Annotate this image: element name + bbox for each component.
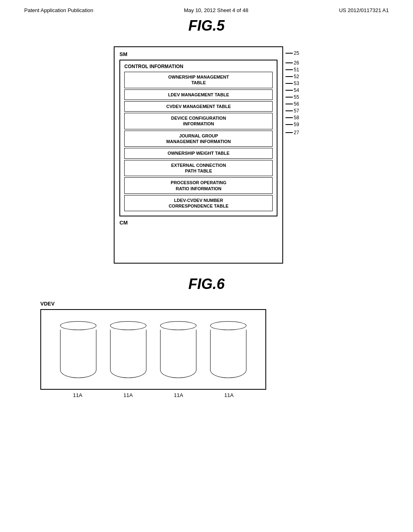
- entry-box-2: CVDEV MANAGEMENT TABLE: [124, 101, 273, 112]
- entry-ref-num-8: 59: [294, 122, 299, 127]
- entry-ref-4: 55: [286, 94, 299, 100]
- table-row-3: DEVICE CONFIGURATION INFORMATION: [124, 113, 273, 129]
- entry-ref-1: 52: [286, 74, 299, 79]
- cylinder-2: [156, 321, 200, 378]
- sm-label: SM: [119, 51, 277, 57]
- entry-ref-8: 59: [286, 122, 299, 127]
- header-right: US 2012/0117321 A1: [339, 7, 389, 13]
- entry-ref-num-0: 51: [294, 67, 299, 73]
- entry-ref-num-5: 56: [294, 101, 299, 107]
- entry-refs: 515253545556575859: [286, 66, 299, 127]
- header-left: Patent Application Publication: [24, 7, 93, 13]
- ref-sm: 25: [286, 50, 299, 56]
- cyl-body-0: [60, 330, 96, 378]
- entry-ref-6: 57: [286, 108, 299, 114]
- table-row-2: CVDEV MANAGEMENT TABLE: [124, 101, 273, 112]
- cm-spacer: [119, 226, 277, 258]
- entry-box-6: EXTERNAL CONNECTION PATH TABLE: [124, 160, 273, 177]
- header-middle: May 10, 2012 Sheet 4 of 48: [184, 7, 248, 13]
- cyl-label-1: 11A: [106, 392, 150, 398]
- entry-box-8: LDEV-CVDEV NUMBER CORRESPONDENCE TABLE: [124, 195, 273, 212]
- entry-ref-3: 54: [286, 87, 299, 93]
- cyl-top-0: [60, 321, 96, 330]
- entry-ref-num-7: 58: [294, 115, 299, 121]
- entry-ref-2: 53: [286, 81, 299, 86]
- ref-numbers-column: 25 26 515253545556575859 27: [286, 46, 299, 135]
- entries-container: OWNERSHIP MANAGEMENT TABLELDEV MANAGEMEN…: [124, 72, 273, 211]
- cyl-body-2: [160, 330, 196, 378]
- entry-box-3: DEVICE CONFIGURATION INFORMATION: [124, 113, 273, 129]
- entry-box-4: JOURNAL GROUP MANAGEMENT INFORMATION: [124, 131, 273, 147]
- ref-control-num: 26: [294, 60, 299, 66]
- cyl-top-2: [160, 321, 196, 330]
- page-header: Patent Application Publication May 10, 2…: [0, 0, 413, 17]
- entry-ref-num-2: 53: [294, 81, 299, 86]
- cm-section: CM: [119, 220, 277, 258]
- cyl-top-3: [210, 321, 246, 330]
- control-info-label: CONTROL INFORMATION: [124, 64, 273, 69]
- entry-box-1: LDEV MANAGEMENT TABLE: [124, 89, 273, 100]
- ref-control: 26: [286, 60, 299, 66]
- table-row-0: OWNERSHIP MANAGEMENT TABLE: [124, 72, 273, 88]
- table-row-7: PROCESSOR OPERATING RATIO INFORMATION: [124, 177, 273, 194]
- entry-ref-5: 56: [286, 101, 299, 107]
- table-row-4: JOURNAL GROUP MANAGEMENT INFORMATION: [124, 131, 273, 147]
- entry-box-0: OWNERSHIP MANAGEMENT TABLE: [124, 72, 273, 88]
- ref-sm-num: 25: [294, 50, 299, 56]
- sm-box: SM CONTROL INFORMATION OWNERSHIP MANAGEM…: [114, 46, 283, 264]
- table-row-6: EXTERNAL CONNECTION PATH TABLE: [124, 160, 273, 177]
- cylinders-labels: 11A11A11A11A: [40, 390, 266, 398]
- cyl-body-3: [210, 330, 246, 378]
- fig6-title: FIG.6: [0, 276, 413, 293]
- fig6-diagram: VDEV 11A11A11A11A: [0, 301, 413, 398]
- entry-ref-7: 58: [286, 115, 299, 121]
- cyl-top-1: [110, 321, 146, 330]
- cylinder-0: [56, 321, 100, 378]
- entry-ref-num-1: 52: [294, 74, 299, 79]
- fig5-diagram: SM CONTROL INFORMATION OWNERSHIP MANAGEM…: [0, 46, 413, 264]
- cyl-label-0: 11A: [56, 392, 100, 398]
- cm-label: CM: [119, 220, 277, 226]
- control-info-box: CONTROL INFORMATION OWNERSHIP MANAGEMENT…: [119, 60, 277, 216]
- entry-ref-num-6: 57: [294, 108, 299, 114]
- entry-ref-num-3: 54: [294, 87, 299, 93]
- ref-cm-num: 27: [294, 130, 299, 135]
- table-row-5: OWNERSHIP WEIGHT TABLE: [124, 148, 273, 158]
- vdev-box: [40, 309, 266, 390]
- table-row-1: LDEV MANAGEMENT TABLE: [124, 89, 273, 100]
- table-row-8: LDEV-CVDEV NUMBER CORRESPONDENCE TABLE: [124, 195, 273, 212]
- cylinder-3: [206, 321, 250, 378]
- entry-ref-num-4: 55: [294, 94, 299, 100]
- fig5-title: FIG.5: [0, 17, 413, 34]
- cylinder-1: [106, 321, 150, 378]
- entry-box-5: OWNERSHIP WEIGHT TABLE: [124, 148, 273, 158]
- vdev-label: VDEV: [40, 301, 54, 307]
- entry-ref-0: 51: [286, 67, 299, 73]
- cyl-body-1: [110, 330, 146, 378]
- entry-box-7: PROCESSOR OPERATING RATIO INFORMATION: [124, 177, 273, 194]
- cyl-label-2: 11A: [156, 392, 201, 398]
- cyl-label-3: 11A: [207, 392, 251, 398]
- ref-cm: 27: [286, 130, 299, 135]
